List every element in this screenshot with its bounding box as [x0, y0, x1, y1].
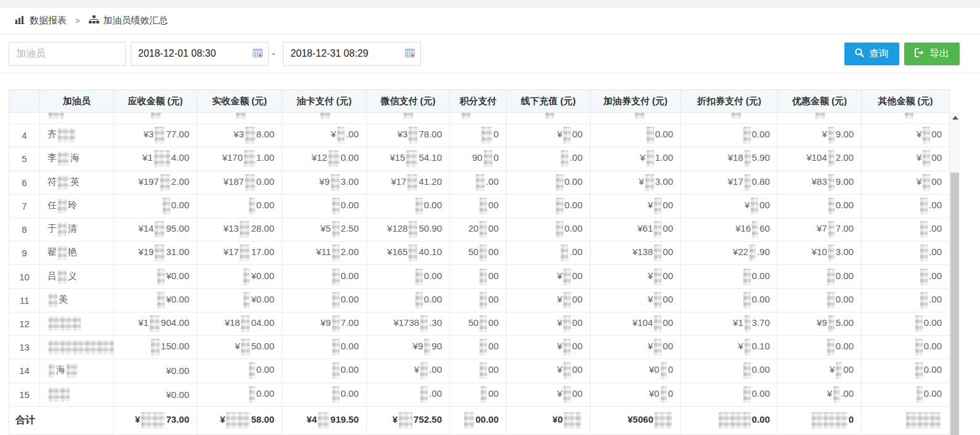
- cell-amount: ¥93.00: [282, 171, 367, 194]
- cell-total-amount: ¥5060: [590, 406, 681, 434]
- censored-value: [160, 174, 170, 191]
- censored-value: [564, 412, 581, 429]
- censored-value: [828, 127, 835, 144]
- cell-amount: ¥.00: [367, 359, 450, 383]
- censored-value: [563, 386, 571, 403]
- cell-amount: 0.00: [681, 383, 778, 406]
- censored-value: [563, 339, 571, 356]
- date-range-separator: -: [272, 48, 275, 59]
- censored-value: [249, 198, 255, 214]
- censored-value: [563, 269, 571, 285]
- table-row: 6符英¥1972.00¥1870.00¥93.00¥1741.20.000.00…: [9, 171, 950, 194]
- censored-value: [745, 174, 751, 191]
- censored-value: [154, 150, 170, 167]
- cell-amount: ¥00: [862, 171, 950, 194]
- cell-amount: ¥00: [507, 312, 590, 335]
- cell-amount: ¥1042.00: [778, 147, 862, 171]
- sitemap-icon: [89, 15, 99, 26]
- cell-total-amount: [862, 406, 950, 434]
- calendar-icon[interactable]: [253, 48, 263, 60]
- censored-value: [155, 127, 165, 144]
- censored-value: [245, 127, 255, 144]
- cell-attendant-name: [40, 336, 114, 359]
- censored-value: [480, 221, 487, 238]
- date-end-value: 2018-12-31 08:29: [290, 48, 368, 59]
- censored-value: [155, 221, 165, 238]
- date-start-value: 2018-12-01 08:30: [138, 48, 216, 59]
- censored-value: [406, 150, 417, 167]
- calendar-icon[interactable]: [405, 48, 415, 60]
- censored-value: [563, 127, 571, 144]
- cell-amount: 0.00: [282, 265, 367, 288]
- censored-value: [920, 292, 928, 309]
- cell-amount: ¥990: [367, 336, 450, 359]
- cell-amount: [590, 113, 681, 124]
- censored-value: [163, 198, 170, 214]
- cell-amount: ¥103.00: [778, 242, 862, 265]
- cell-amount: 0.00: [197, 194, 282, 218]
- cell-amount: 0.00: [367, 288, 450, 312]
- cell-attendant-name: 美: [40, 288, 114, 312]
- cell-amount: 0.00: [862, 312, 950, 335]
- cell-amount: ¥3.00: [590, 171, 681, 194]
- scrollbar-thumb[interactable]: [950, 173, 959, 435]
- cell-amount: 0.00: [282, 288, 367, 312]
- censored-value: [645, 174, 654, 191]
- breadcrumb-section[interactable]: 数据报表: [15, 15, 67, 26]
- cell-amount: 00: [450, 336, 507, 359]
- cell-amount: ¥1660: [681, 218, 778, 241]
- table-row: 4齐¥377.00¥38.00¥.00¥378.000¥000.000.00¥9…: [9, 124, 950, 147]
- censored-value: [556, 174, 563, 191]
- cell-amount: ¥839.00: [778, 171, 862, 194]
- attendant-search-input[interactable]: [9, 42, 126, 66]
- cell-attendant-name: 符英: [40, 171, 114, 194]
- date-end-input[interactable]: 2018-12-31 08:29: [283, 42, 421, 66]
- cell-row-number: 15: [9, 383, 40, 406]
- censored-value: [58, 270, 67, 284]
- page: 数据报表 > 加油员绩效汇总 2018-12-01 08:30 - 2018-1…: [0, 0, 980, 435]
- scroll-up-icon[interactable]: [950, 112, 960, 123]
- cell-amount: ¥12850.90: [367, 218, 450, 241]
- cell-amount: 0.00: [507, 171, 590, 194]
- cell-total-amount: 0: [778, 406, 862, 434]
- query-button[interactable]: 查询: [844, 43, 899, 65]
- censored-value: [719, 412, 751, 429]
- cell-amount: ¥.00: [778, 383, 862, 406]
- cell-amount: ¥0.00: [114, 359, 197, 383]
- censored-value: [920, 198, 928, 214]
- censored-value: [654, 221, 661, 238]
- censored-value: [654, 315, 661, 332]
- cell-amount: ¥14.00: [114, 147, 197, 171]
- cell-amount: ¥50.00: [197, 336, 282, 359]
- censored-value: [661, 362, 667, 379]
- cell-attendant-name: 翟艳: [40, 242, 114, 265]
- table-row: 5李海¥14.00¥1701.00¥120.00¥1554.10900.00¥1…: [9, 147, 950, 171]
- breadcrumb: 数据报表 > 加油员绩效汇总: [0, 7, 980, 35]
- cell-total-amount: 0.00: [681, 406, 778, 434]
- cell-amount: [197, 113, 282, 124]
- cell-attendant-name: [40, 113, 114, 124]
- cell-row-number: [9, 113, 40, 124]
- censored-value: [244, 150, 255, 167]
- date-start-input[interactable]: 2018-12-01 08:30: [131, 42, 269, 66]
- censored-value: [332, 339, 340, 356]
- cell-amount: ¥00: [590, 288, 681, 312]
- cell-attendant-name: 于清: [40, 218, 114, 241]
- cell-amount: 0.00: [681, 265, 778, 288]
- cell-amount: ¥00: [590, 265, 681, 288]
- censored-value: [332, 198, 340, 214]
- censored-value: [409, 245, 417, 261]
- cell-amount: ¥1904.00: [114, 312, 197, 335]
- cell-amount: [862, 113, 950, 124]
- censored-value: [409, 221, 417, 238]
- export-button[interactable]: 导出: [904, 43, 960, 65]
- censored-value: [329, 150, 340, 167]
- cell-amount: ¥00: [862, 147, 950, 171]
- cell-amount: .00: [862, 218, 950, 241]
- censored-value: [67, 364, 78, 378]
- vertical-scrollbar[interactable]: [950, 112, 960, 435]
- censored-value: [743, 362, 751, 379]
- censored-value: [743, 386, 751, 403]
- cell-attendant-name: [40, 383, 114, 406]
- cell-amount: 0.00: [507, 218, 590, 241]
